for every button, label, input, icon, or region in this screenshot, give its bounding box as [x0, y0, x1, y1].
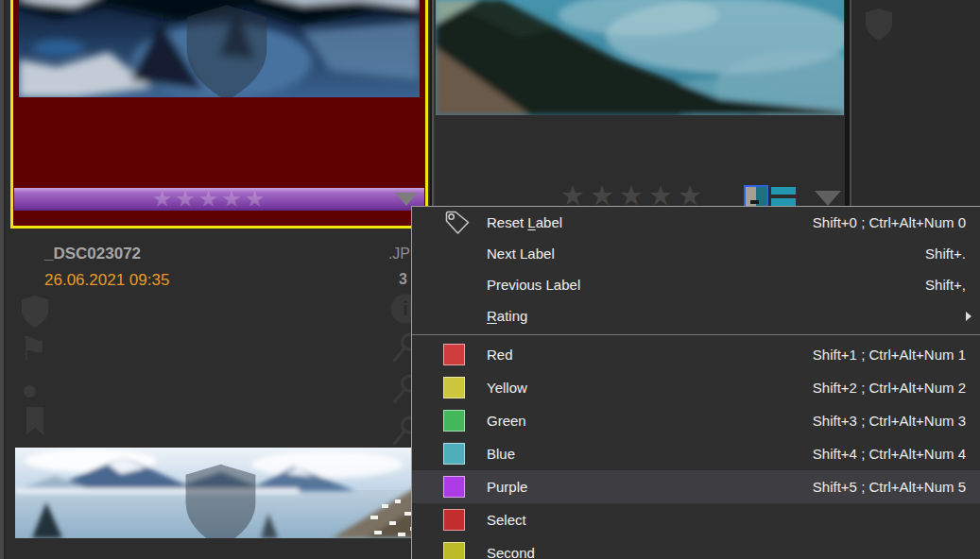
swatch-box: [443, 443, 477, 465]
submenu-arrow-icon: [966, 312, 971, 321]
menu-item-rating[interactable]: Rating: [412, 300, 980, 331]
menu-item-purple[interactable]: PurpleShift+5 ; Ctrl+Alt+Num 5: [412, 470, 980, 503]
swatch-box: [443, 410, 477, 432]
menu-item-label: Green: [487, 413, 526, 429]
color-dot-icon[interactable]: ●: [21, 376, 38, 404]
menu-item-label: Select: [487, 512, 526, 528]
menu-item-green[interactable]: GreenShift+3 ; Ctrl+Alt+Num 3: [412, 404, 980, 437]
list-view-icon[interactable]: [771, 187, 796, 207]
second-color-swatch: [443, 542, 465, 559]
menu-item-label: Yellow: [487, 380, 527, 396]
menu-item-select[interactable]: Select: [412, 503, 980, 536]
swatch-box: [443, 377, 477, 398]
teal-lake-photo: [436, 0, 844, 115]
svg-text:i: i: [403, 298, 408, 319]
menu-item-shortcut: Shift+5 ; Ctrl+Alt+Num 5: [813, 479, 966, 495]
menu-item-label: Previous Label: [487, 277, 580, 293]
thumbnail-panorama[interactable]: [15, 448, 422, 538]
thumbnail-dropdown-icon[interactable]: [815, 191, 841, 206]
shield-overlay-icon: [26, 1, 420, 97]
menu-item-shortcut: Shift+,: [925, 277, 966, 293]
yellow-color-swatch: [443, 377, 465, 398]
menu-item-next-label[interactable]: Next LabelShift+.: [412, 238, 980, 269]
thumbnail-selected[interactable]: ★★★★★: [10, 0, 428, 229]
shield-icon: [863, 6, 895, 43]
list-bar: [771, 187, 796, 195]
file-date: 26.06.2021 09:35: [44, 271, 169, 290]
menu-item-label: Blue: [487, 446, 515, 462]
menu-item-shortcut: Shift+2 ; Ctrl+Alt+Num 2: [813, 380, 966, 396]
menu-item-label: Rating: [487, 308, 527, 324]
menu-item-shortcut: Shift+0 ; Ctrl+Alt+Num 0: [813, 214, 966, 230]
rating-bar[interactable]: ★★★★★: [14, 188, 424, 211]
tag-dash: [750, 200, 759, 204]
swatch-box: [443, 476, 477, 498]
swatch-box: [443, 509, 477, 531]
menu-item-yellow[interactable]: YellowShift+2 ; Ctrl+Alt+Num 2: [412, 371, 980, 404]
list-bar: [771, 198, 796, 206]
menu-item-label: Second: [487, 545, 535, 559]
menu-item-shortcut: Shift+3 ; Ctrl+Alt+Num 3: [813, 413, 966, 429]
file-name: _DSC023072: [44, 245, 141, 263]
thumbnail-dropdown-icon[interactable]: [395, 193, 418, 206]
shield-overlay-icon: [17, 461, 422, 538]
menu-item-shortcut: Shift+1 ; Ctrl+Alt+Num 1: [813, 347, 966, 363]
flag-icon[interactable]: ⚑: [19, 332, 47, 364]
rating-stars: ★★★★★: [152, 188, 268, 211]
thumbnail-selected-photo[interactable]: [19, 0, 420, 97]
file-extension: .JP: [350, 246, 410, 263]
menu-item-shortcut: Shift+.: [925, 246, 966, 262]
menu-item-label: Reset Label: [487, 214, 562, 230]
menu-item-shortcut: Shift+4 ; Ctrl+Alt+Num 4: [813, 446, 966, 462]
blue-color-swatch: [443, 443, 465, 465]
bookmark-icon[interactable]: [23, 406, 47, 436]
menu-item-reset-label[interactable]: Reset LabelShift+0 ; Ctrl+Alt+Num 0: [412, 207, 980, 238]
swatch-box: [443, 542, 477, 559]
shield-icon[interactable]: [19, 294, 51, 330]
menu-item-previous-label[interactable]: Previous LabelShift+,: [412, 269, 980, 300]
menu-item-blue[interactable]: BlueShift+4 ; Ctrl+Alt+Num 4: [412, 437, 980, 470]
tag-icon: [443, 209, 477, 237]
context-menu: Reset LabelShift+0 ; Ctrl+Alt+Num 0Next …: [411, 206, 980, 559]
photo-manager-window: ★★★★★ _DSC023072 26.06.2021 09:35 .JP 3 …: [0, 0, 980, 559]
select-color-swatch: [443, 509, 465, 531]
menu-item-red[interactable]: RedShift+1 ; Ctrl+Alt+Num 1: [412, 338, 980, 371]
purple-color-swatch: [443, 476, 465, 498]
green-color-swatch: [443, 410, 465, 432]
menu-item-second[interactable]: Second: [412, 536, 980, 559]
swatch-box: [443, 344, 477, 365]
thumbnail-lake[interactable]: [436, 0, 844, 115]
file-size: 3: [350, 271, 407, 288]
menu-item-label: Purple: [487, 479, 527, 495]
menu-item-label: Next Label: [487, 246, 555, 262]
red-color-swatch: [443, 344, 465, 365]
menu-item-label: Red: [487, 347, 513, 363]
menu-separator: [412, 334, 980, 335]
